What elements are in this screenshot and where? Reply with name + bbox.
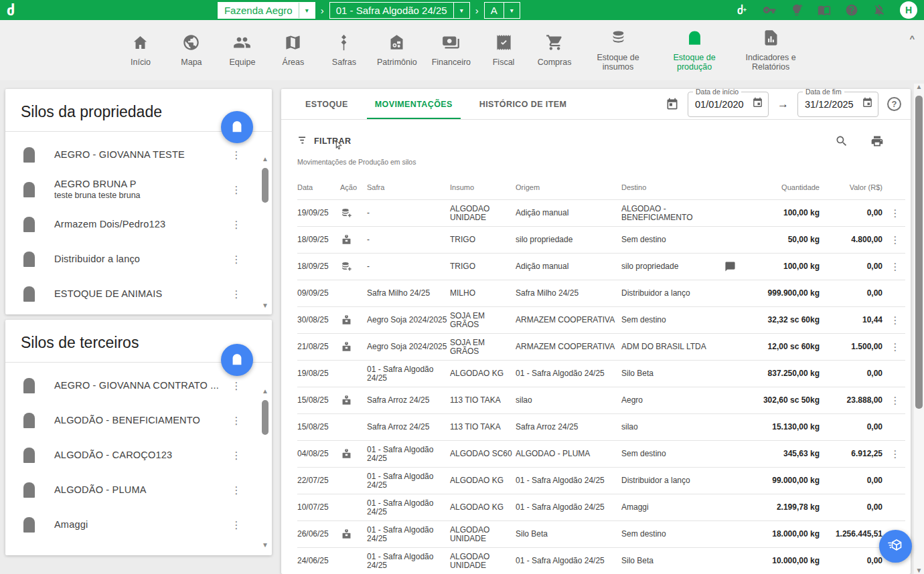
table-row[interactable]: 15/08/25Safra Arroz 24/25113 TIO TAKAsil…: [297, 387, 905, 413]
harvest-selector[interactable]: 01 - Safra Algodão 24/25 ▾: [329, 2, 470, 19]
silo-list-item[interactable]: ALGODÃO - PLUMA⋮: [5, 472, 272, 507]
collapse-nav-chevron-icon[interactable]: ^: [909, 33, 915, 43]
scroll-down-icon[interactable]: ▼: [262, 542, 268, 549]
silo-list-item[interactable]: ALGODÃO - BENEFICIAMENTO⋮: [5, 403, 272, 438]
nav-item-label: Estoque de produção: [664, 53, 725, 72]
print-icon[interactable]: [870, 134, 884, 148]
scroll-thumb[interactable]: [915, 96, 923, 409]
item-menu-button[interactable]: ⋮: [230, 219, 242, 229]
table-row[interactable]: 04/08/2501 - Safra Algodão 24/25ALGODÃO …: [297, 440, 905, 467]
tab-estoque[interactable]: ESTOQUE: [292, 89, 362, 119]
farm-selector[interactable]: Fazenda Aegro ▾: [218, 2, 315, 19]
scroll-thumb[interactable]: [262, 400, 268, 435]
bulb-plus-icon[interactable]: [790, 3, 803, 17]
silo-list-item[interactable]: Amaggi⋮: [5, 507, 272, 542]
toolbar-icons: [835, 134, 895, 148]
item-menu-button[interactable]: ⋮: [230, 450, 242, 460]
key-icon[interactable]: [763, 3, 776, 17]
nav-item-equipe[interactable]: Equipe: [224, 33, 260, 67]
scroll-thumb[interactable]: [262, 168, 268, 203]
list-scrollbar[interactable]: ▲ ▼: [260, 156, 270, 309]
scroll-up-icon[interactable]: ▲: [916, 84, 923, 90]
nav-item-safras[interactable]: Safras: [326, 33, 362, 67]
scroll-down-icon[interactable]: ▼: [916, 567, 923, 574]
list-scrollbar[interactable]: ▲ ▼: [260, 388, 270, 549]
item-menu-button[interactable]: ⋮: [230, 381, 242, 391]
item-menu-button[interactable]: ⋮: [230, 520, 242, 530]
bell-off-icon[interactable]: [872, 3, 886, 17]
help-icon[interactable]: ?: [887, 97, 901, 111]
silo-list-item[interactable]: ALGODÃO - CAROÇO123⋮: [5, 438, 272, 472]
row-menu-button[interactable]: ⋮: [884, 396, 905, 405]
chevron-down-icon[interactable]: ▾: [504, 3, 520, 18]
nav-item-inicio[interactable]: Início: [123, 33, 159, 67]
new-movement-button[interactable]: [879, 530, 912, 563]
nav-item-estoque-de-insumos[interactable]: Estoque de insumos: [587, 29, 649, 72]
nav-item-areas[interactable]: Áreas: [275, 33, 311, 67]
table-row[interactable]: 18/09/25-TRIGOsilo propriedadeSem destin…: [297, 226, 905, 253]
nav-item-mapa[interactable]: Mapa: [173, 33, 210, 67]
item-menu-button[interactable]: ⋮: [230, 415, 242, 425]
tab-historico-de-item[interactable]: HISTÓRICO DE ITEM: [466, 89, 580, 119]
item-menu-button[interactable]: ⋮: [230, 150, 242, 160]
date-end-value[interactable]: 31/12/2025: [805, 99, 862, 110]
calendar-icon[interactable]: [666, 98, 679, 111]
nav-item-fiscal[interactable]: Fiscal: [485, 33, 522, 67]
table-row[interactable]: 19/09/25-ALGODÃO UNIDADEAdição manualALG…: [297, 199, 905, 226]
add-property-silo-button[interactable]: [221, 111, 253, 143]
nav-item-indicadores-e-relatorios[interactable]: Indicadores e Relatórios: [740, 29, 801, 72]
table-row[interactable]: 10/07/2501 - Safra Algodão 24/25ALGODÃO …: [297, 494, 905, 520]
cell-qty: 18.000,00 kg: [745, 530, 820, 539]
add-third-party-silo-button[interactable]: [221, 344, 253, 376]
search-icon[interactable]: [835, 134, 848, 148]
scroll-down-icon[interactable]: ▼: [262, 302, 268, 309]
silo-list-item[interactable]: AEGRO BRUNA Pteste bruna teste bruna⋮: [5, 172, 272, 207]
table-row[interactable]: 19/08/2501 - Safra Algodão 24/25ALGODÃO …: [297, 360, 905, 387]
date-start-field[interactable]: Data de início 01/01/2020: [688, 92, 769, 117]
row-menu-button[interactable]: ⋮: [884, 343, 905, 351]
filter-button[interactable]: FILTRAR: [297, 134, 351, 148]
page-scrollbar[interactable]: ▲ ▼: [914, 84, 924, 574]
calendar-icon[interactable]: [862, 97, 873, 111]
row-menu-button[interactable]: ⋮: [884, 235, 905, 244]
money-icon: [442, 33, 460, 54]
area-selector[interactable]: A ▾: [484, 2, 520, 19]
row-menu-button[interactable]: ⋮: [884, 262, 905, 271]
scroll-up-icon[interactable]: ▲: [262, 388, 268, 395]
nav-item-financeiro[interactable]: Financeiro: [432, 33, 471, 67]
tab-movimentacoes[interactable]: MOVIMENTAÇÕES: [362, 89, 466, 119]
silo-list-item[interactable]: ESTOQUE DE ANIMAIS⋮: [5, 276, 272, 311]
table-row[interactable]: 09/09/25Safra Milho 24/25MILHOSafra Milh…: [297, 280, 905, 306]
row-menu-button[interactable]: ⋮: [884, 209, 905, 217]
silo-list-item[interactable]: Armazem Dois/Pedro123⋮: [5, 207, 272, 242]
property-silos-card: Silos da propriedade AEGRO - GIOVANNA TE…: [5, 89, 272, 314]
item-menu-button[interactable]: ⋮: [230, 289, 242, 299]
book-icon[interactable]: [818, 3, 831, 17]
row-menu-button[interactable]: ⋮: [884, 316, 905, 324]
help-filled-icon[interactable]: [845, 3, 858, 17]
calendar-icon[interactable]: [752, 97, 763, 111]
chevron-down-icon[interactable]: ▾: [299, 3, 315, 18]
item-menu-button[interactable]: ⋮: [230, 254, 242, 264]
nav-item-compras[interactable]: Compras: [536, 33, 572, 67]
nav-item-patrimonio[interactable]: Patrimônio: [377, 33, 417, 67]
user-avatar[interactable]: H: [900, 1, 917, 19]
table-row[interactable]: 24/06/2501 - Safra Algodão 24/25ALGODÃO …: [297, 547, 905, 574]
item-menu-button[interactable]: ⋮: [230, 485, 242, 495]
chevron-down-icon[interactable]: ▾: [453, 3, 469, 18]
table-row[interactable]: 30/08/25Aegro Soja 2024/2025SOJA EM GRÃO…: [297, 306, 905, 333]
nav-item-estoque-de-producao[interactable]: Estoque de produção: [664, 29, 725, 72]
table-row[interactable]: 15/08/25Safra Arroz 24/25113 TIO TAKASaf…: [297, 413, 905, 440]
item-menu-button[interactable]: ⋮: [230, 185, 242, 195]
table-row[interactable]: 22/07/2501 - Safra Algodão 24/25ALGODÃO …: [297, 467, 905, 494]
date-start-value[interactable]: 01/01/2020: [695, 99, 752, 110]
date-end-field[interactable]: Data de fim 31/12/2025: [797, 92, 878, 117]
silo-item-name: AEGRO - GIOVANNA TESTE: [54, 149, 185, 160]
aegro-plus-icon[interactable]: ძ+: [735, 3, 749, 17]
scroll-up-icon[interactable]: ▲: [262, 156, 268, 163]
table-row[interactable]: 18/09/25-TRIGOAdição manualsilo propried…: [297, 253, 905, 280]
row-menu-button[interactable]: ⋮: [884, 450, 905, 458]
silo-list-item[interactable]: Distribuidor a lanço⋮: [5, 242, 272, 276]
table-row[interactable]: 21/08/25Aegro Soja 2024/2025SOJA EM GRÃO…: [297, 333, 905, 360]
table-row[interactable]: 26/06/2501 - Safra Algodão 24/25ALGODÃO …: [297, 520, 905, 547]
